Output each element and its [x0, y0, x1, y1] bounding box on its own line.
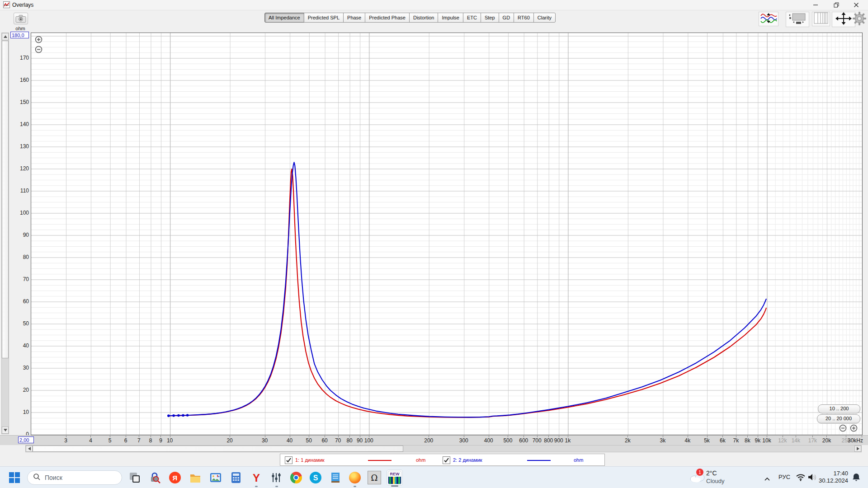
notifications-bell-icon[interactable]	[852, 473, 861, 483]
tab-gd[interactable]: GD	[499, 13, 514, 23]
x-tick-label: 10	[167, 437, 173, 444]
taskbar: ЯYSΩREW 1 2°C Cloudy РУС 17:40 30.12.202…	[0, 466, 868, 488]
overlay-legend: 1: 1 динамикohm2: 2 динамикohm	[280, 454, 605, 466]
calculator-icon	[230, 471, 242, 484]
taskbar-app-lock-search[interactable]	[147, 470, 162, 485]
camera-icon	[15, 14, 26, 23]
tab-rt60[interactable]: RT60	[514, 13, 534, 23]
taskbar-search[interactable]	[27, 470, 122, 485]
x-tick-label: 100	[364, 437, 373, 444]
svg-text:Y: Y	[253, 472, 260, 484]
language-indicator[interactable]: РУС	[778, 474, 790, 480]
close-button[interactable]	[846, 0, 866, 10]
tab-distortion[interactable]: Distortion	[409, 13, 438, 23]
tab-clarity[interactable]: Clarity	[533, 13, 556, 23]
tray-time: 17:40	[807, 470, 848, 477]
tab-step[interactable]: Step	[481, 13, 499, 23]
tab-impulse[interactable]: Impulse	[438, 13, 463, 23]
tab-bar: All ImpedancePredicted SPLPhasePredicted…	[264, 13, 556, 23]
taskbar-app-yandex-browser[interactable]: Я	[167, 470, 183, 485]
taskbar-app-notepad[interactable]	[328, 470, 343, 485]
zoom-out-x-button[interactable]	[839, 424, 847, 432]
x-tick-label: 200	[424, 437, 433, 444]
y-tick-label: 80	[7, 254, 29, 260]
zoom-in-y-button[interactable]	[35, 36, 42, 43]
x-tick-label: 60	[321, 437, 327, 444]
legend-checkbox-2[interactable]	[443, 456, 450, 464]
y-tick-label: 100	[7, 210, 29, 216]
range-20-20000-button[interactable]: 20 .. 20 000	[817, 414, 860, 423]
taskbar-app-file-explorer[interactable]	[188, 470, 203, 485]
taskbar-app-rew[interactable]: REW	[387, 469, 403, 486]
weather-temperature[interactable]: 2°C	[706, 469, 717, 477]
chrome-icon	[290, 472, 302, 483]
frequency-bands-icon	[814, 12, 828, 26]
legend-checkbox-1[interactable]	[285, 456, 292, 464]
tab-all-impedance[interactable]: All Impedance	[264, 13, 304, 23]
task-view-icon	[128, 471, 141, 484]
taskbar-app-skype[interactable]: S	[308, 470, 323, 485]
overlay-curves-button[interactable]	[759, 12, 778, 26]
x-tick-label: 600	[519, 437, 528, 444]
zoom-out-y-button[interactable]	[35, 46, 42, 53]
x-tick-label: 90	[357, 437, 363, 444]
taskbar-app-yandex-y[interactable]: Y	[249, 470, 264, 485]
taskbar-app-calculator[interactable]	[228, 470, 244, 485]
tab-phase[interactable]: Phase	[343, 13, 365, 23]
x-tick-label: 9	[159, 437, 162, 444]
impedance-plot[interactable]: 10 .. 200 20 .. 20 000	[31, 33, 863, 435]
horizontal-scrollbar-thumb[interactable]	[33, 446, 403, 452]
x-tick-label: 9k	[755, 437, 761, 444]
scroll-right-button[interactable]	[854, 446, 861, 452]
taskbar-app-equalizer[interactable]	[269, 470, 284, 485]
y-max-input[interactable]	[10, 32, 29, 38]
taskbar-app-chrome[interactable]	[288, 470, 304, 485]
x-tick-label: 6k	[720, 437, 726, 444]
rew-overlays-app-icon	[3, 1, 10, 10]
restore-button[interactable]	[826, 0, 846, 10]
x-tick-label: 5	[108, 437, 112, 444]
tab-predicted-phase[interactable]: Predicted Phase	[365, 13, 410, 23]
impedance-chart	[31, 33, 862, 435]
taskbar-app-photo-viewer[interactable]	[208, 470, 223, 485]
start-button[interactable]	[9, 472, 20, 483]
settings-gear-button[interactable]	[852, 12, 867, 27]
tray-expand-chevron-icon[interactable]	[764, 475, 770, 483]
wifi-icon[interactable]	[796, 473, 806, 483]
y-tick-label: 150	[7, 99, 29, 105]
weather-condition[interactable]: Cloudy	[706, 478, 724, 484]
scroll-left-button[interactable]	[26, 446, 33, 452]
tab-predicted-spl[interactable]: Predicted SPL	[304, 13, 344, 23]
x-tick-label: 14k	[792, 437, 800, 444]
capture-graph-button[interactable]	[14, 13, 28, 24]
x-tick-label: 8	[149, 437, 152, 444]
horizontal-scrollbar[interactable]	[25, 445, 862, 452]
zoom-in-x-button[interactable]	[850, 424, 858, 432]
taskbar-app-omega-tool[interactable]: Ω	[367, 470, 382, 485]
equalizer-icon	[270, 471, 283, 484]
tab-etc[interactable]: ETC	[463, 13, 481, 23]
windows-logo-icon	[9, 472, 20, 483]
search-input[interactable]	[44, 474, 113, 482]
running-indicator	[255, 486, 258, 487]
x-axis: 3456789102030405060708090100200300400500…	[0, 435, 868, 445]
vertical-scrollbar-thumb[interactable]	[2, 41, 9, 358]
graph-limits-button[interactable]	[786, 12, 809, 27]
range-10-200-button[interactable]: 10 .. 200	[818, 404, 860, 413]
x-tick-label: 8k	[745, 437, 750, 444]
scroll-up-button[interactable]	[2, 33, 9, 40]
y-axis-unit: ohm	[11, 26, 30, 31]
y-tick-label: 170	[7, 55, 29, 61]
taskbar-app-task-view[interactable]	[127, 470, 142, 485]
x-tick-label: 7	[137, 437, 141, 444]
clock[interactable]: 17:40 30.12.2024	[807, 470, 848, 484]
frequency-bands-button[interactable]	[812, 12, 830, 26]
x-tick-label: 30	[262, 437, 268, 444]
minimize-button[interactable]	[806, 0, 826, 10]
notification-badge: 1	[696, 469, 703, 476]
x-tick-label: 17k	[808, 437, 817, 444]
x-min-input[interactable]	[18, 436, 34, 443]
y-tick-label: 160	[7, 77, 29, 83]
y-tick-label: 60	[7, 298, 29, 305]
taskbar-app-firefox[interactable]	[347, 470, 363, 485]
